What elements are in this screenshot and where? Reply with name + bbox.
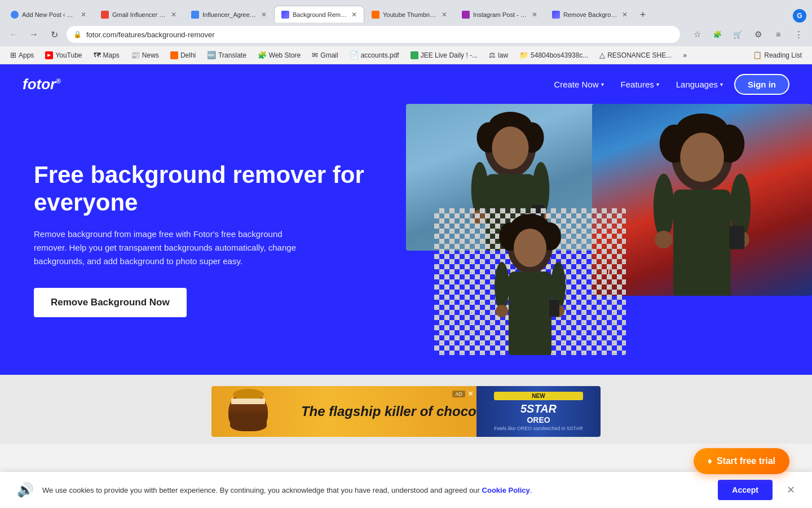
features-arrow: ▾ [656, 81, 659, 87]
bookmark-drive-label: RESONANCE SHE... [607, 51, 672, 59]
accept-button[interactable]: Accept [718, 480, 773, 500]
features-nav[interactable]: Features ▾ [621, 80, 659, 89]
bookmark-webstore-label: Web Store [269, 51, 301, 59]
bookmark-law-label: law [498, 51, 508, 59]
languages-nav[interactable]: Languages ▾ [676, 80, 723, 89]
bookmark-gmail[interactable]: ✉ Gmail [307, 50, 342, 60]
tab-close-1[interactable]: ✕ [81, 11, 86, 19]
remove-background-button[interactable]: Remove Background Now [34, 288, 187, 317]
svg-point-19 [655, 231, 673, 249]
bookmark-delhi-label: Delhi [180, 51, 196, 59]
hero-left: Free background remover for everyone Rem… [0, 104, 406, 375]
svg-rect-32 [549, 300, 559, 317]
tab-close-3[interactable]: ✕ [261, 11, 267, 19]
extension-icon[interactable]: 🧩 [709, 27, 725, 42]
bookmark-youtube-label: YouTube [55, 51, 82, 59]
tab-4[interactable]: Background Remover... ✕ [274, 6, 364, 23]
bookmark-more-label: » [683, 51, 687, 59]
bookmark-translate[interactable]: 🔤 Translate [202, 50, 251, 60]
bookmark-gmail-label: Gmail [320, 51, 338, 59]
tab-title-5: Youtube Thumbnail -... [383, 11, 438, 18]
cart-icon[interactable]: 🛒 [730, 27, 745, 42]
ad-product-left [223, 386, 273, 437]
profile-icon[interactable]: G [793, 9, 806, 23]
settings-icon[interactable]: ⚙ [750, 27, 766, 42]
address-input-container[interactable]: 🔒 fotor.com/features/background-remover [67, 26, 680, 43]
svg-point-15 [680, 133, 724, 182]
tab-5[interactable]: Youtube Thumbnail -... ✕ [364, 6, 454, 23]
tab-close-6[interactable]: ✕ [532, 11, 537, 19]
bookmark-drive[interactable]: △ RESONANCE SHE... [595, 50, 676, 60]
ad-product-right: NEW 5STAR OREO Feels like OREO sandwiche… [476, 386, 601, 437]
sign-in-button[interactable]: Sign in [734, 74, 789, 95]
tab-favicon-2 [101, 11, 109, 19]
page-content: fotor® Create Now ▾ Features ▾ Languages… [0, 64, 812, 444]
tab-favicon-5 [372, 11, 379, 19]
bookmark-law[interactable]: ⚖ law [484, 50, 513, 60]
tab-title-1: Add New Post ‹ MySi... [22, 11, 77, 18]
ad-close-icon[interactable]: ✕ [467, 389, 474, 398]
address-bar: ← → ↻ 🔒 fotor.com/features/background-re… [0, 23, 812, 46]
sidebar-icon[interactable]: ≡ [770, 27, 786, 42]
svg-rect-16 [673, 190, 731, 296]
tab-6[interactable]: Instagram Post - Des... ✕ [454, 6, 545, 23]
tab-close-7[interactable]: ✕ [622, 11, 628, 19]
tab-7[interactable]: Remove Background... ✕ [545, 6, 635, 23]
tab-title-3: Influencer_Agreemer... [202, 11, 258, 18]
svg-point-4 [492, 126, 529, 169]
cookie-close-icon[interactable]: ✕ [787, 484, 795, 496]
forward-button[interactable]: → [26, 27, 42, 42]
bookmark-apps-label: Apps [19, 51, 34, 59]
tab-title-7: Remove Background... [563, 11, 619, 18]
tab-favicon-7 [552, 11, 560, 19]
lock-icon: 🔒 [73, 30, 82, 38]
bookmark-webstore[interactable]: 🧩 Web Store [253, 50, 305, 60]
hero-right: ⤵ [406, 104, 812, 375]
tab-3[interactable]: Influencer_Agreemer... ✕ [184, 6, 274, 23]
svg-point-30 [496, 305, 508, 317]
new-tab-button[interactable]: + [635, 7, 651, 23]
svg-point-17 [654, 174, 674, 240]
ad-label: AD [452, 391, 465, 397]
tab-1[interactable]: Add New Post ‹ MySi... ✕ [3, 6, 94, 23]
ad-badge: AD ✕ [452, 389, 474, 398]
bookmark-apps[interactable]: ⊞ Apps [6, 50, 38, 60]
tab-favicon-1 [11, 11, 19, 19]
bookmark-more[interactable]: » [678, 50, 691, 60]
bookmark-pdf[interactable]: 📄 accounts.pdf [345, 50, 404, 60]
tab-close-5[interactable]: ✕ [442, 11, 447, 19]
bookmarks-bar: ⊞ Apps ▶ YouTube 🗺 Maps 📰 News Delhi 🔤 T… [0, 46, 812, 64]
free-trial-label: Start free trial [717, 456, 775, 466]
create-now-nav[interactable]: Create Now ▾ [554, 80, 603, 89]
bookmark-file[interactable]: 📁 54804bos43938c... [515, 50, 593, 60]
bookmark-jee[interactable]: JEE Live Daily ! -... [406, 50, 482, 60]
create-now-arrow: ▾ [601, 81, 604, 87]
bookmark-news[interactable]: 📰 News [126, 50, 164, 60]
svg-point-28 [495, 262, 509, 310]
reading-list-button[interactable]: 📋 Reading List [748, 50, 806, 60]
bookmark-delhi[interactable]: Delhi [166, 50, 200, 60]
tab-close-2[interactable]: ✕ [171, 11, 176, 19]
tab-favicon-3 [191, 11, 199, 19]
cookie-banner: 🔊 We use cookies to provide you with bet… [0, 472, 812, 508]
hero-title: Free background remover for everyone [34, 161, 372, 216]
bookmark-maps-label: Maps [103, 51, 120, 59]
svg-point-26 [514, 229, 546, 267]
free-trial-button[interactable]: ♦ Start free trial [694, 448, 789, 474]
refresh-button[interactable]: ↻ [46, 27, 62, 42]
bookmark-star-icon[interactable]: ☆ [689, 27, 705, 42]
bookmark-jee-label: JEE Live Daily ! -... [421, 51, 478, 59]
fotor-logo: fotor® [23, 76, 61, 93]
back-button[interactable]: ← [6, 27, 21, 42]
menu-dots-icon[interactable]: ⋮ [791, 27, 806, 42]
cookie-text: We use cookies to provide you with bette… [42, 486, 709, 494]
tab-close-4[interactable]: ✕ [351, 11, 357, 19]
nav-links: Create Now ▾ Features ▾ Languages ▾ [554, 80, 723, 89]
bookmark-youtube[interactable]: ▶ YouTube [41, 50, 86, 60]
hero-section: Free background remover for everyone Rem… [0, 104, 812, 375]
tab-2[interactable]: Gmail Influencer Collabo... ✕ [94, 6, 184, 23]
cookie-policy-link[interactable]: Cookie Policy [482, 486, 530, 494]
tab-title-6: Instagram Post - Des... [473, 11, 528, 18]
transparent-image [434, 208, 626, 355]
bookmark-maps[interactable]: 🗺 Maps [89, 50, 124, 60]
